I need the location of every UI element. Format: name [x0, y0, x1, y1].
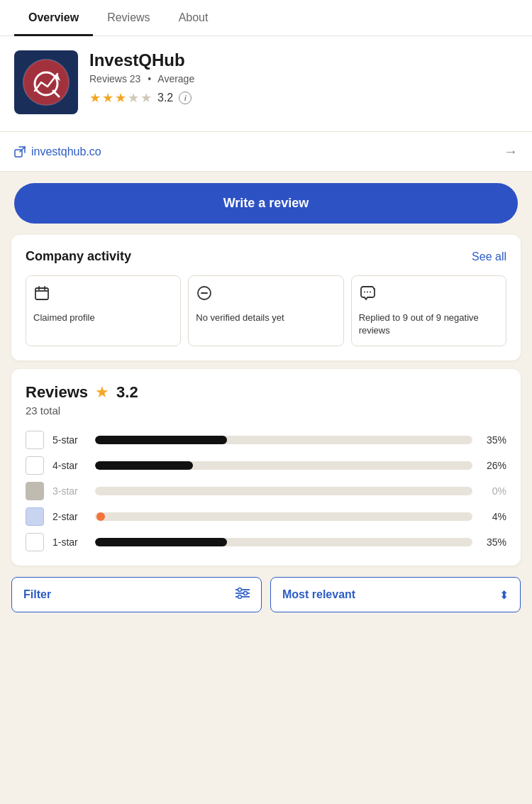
company-header: InvestQHub Reviews 23 • Average ★ ★ ★ ★ …	[0, 36, 532, 131]
star-5: ★	[140, 90, 152, 106]
bar-fill-1star	[95, 538, 227, 546]
stars-row: ★ ★ ★ ★ ★ 3.2 i	[89, 90, 518, 106]
website-link[interactable]: investqhub.co	[14, 145, 101, 158]
sort-label: Most relevant	[282, 588, 355, 601]
external-link-icon	[14, 146, 26, 158]
svg-point-2	[23, 60, 69, 105]
bar-dot-2star	[96, 512, 105, 521]
rating-row-5star: 5-star 35%	[26, 431, 506, 449]
svg-point-16	[244, 592, 248, 595]
see-all-button[interactable]: See all	[472, 250, 506, 263]
website-row: investqhub.co →	[0, 132, 532, 171]
info-icon[interactable]: i	[179, 92, 192, 104]
checkbox-1star[interactable]	[26, 533, 44, 551]
checkbox-2star[interactable]	[26, 507, 44, 526]
activity-replied-text: Replied to 9 out of 9 negative reviews	[359, 312, 499, 337]
star-3: ★	[115, 90, 126, 106]
tab-overview[interactable]: Overview	[14, 0, 93, 36]
activity-item-verified: No verified details yet	[188, 275, 343, 346]
bar-track-3star[interactable]	[95, 487, 472, 495]
activity-item-replied: Replied to 9 out of 9 negative reviews	[351, 275, 506, 346]
filter-row: Filter Most relevant ⬍	[11, 577, 521, 612]
stars-visual: ★ ★ ★ ★ ★	[89, 90, 152, 106]
activity-title: Company activity	[26, 249, 131, 264]
bar-track-4star[interactable]	[95, 461, 472, 470]
bar-track-1star[interactable]	[95, 538, 472, 546]
svg-point-9	[364, 292, 365, 293]
bar-fill-5star	[95, 436, 227, 444]
divider-2	[0, 171, 532, 172]
tab-about[interactable]: About	[165, 0, 223, 36]
filter-label: Filter	[23, 588, 51, 601]
minus-circle-icon	[196, 285, 336, 306]
rating-bars: 5-star 35% 4-star 26% 3-star 0%	[26, 431, 506, 551]
rating-row-4star: 4-star 26%	[26, 456, 506, 475]
filter-icon	[235, 588, 250, 602]
svg-point-10	[367, 292, 368, 293]
reviews-total: 23 total	[26, 404, 506, 417]
label-1star: 1-star	[52, 536, 87, 548]
tab-reviews[interactable]: Reviews	[93, 0, 164, 36]
label-2star: 2-star	[52, 511, 87, 522]
label-3star: 3-star	[52, 485, 87, 497]
chevron-down-icon: ⬍	[499, 588, 509, 602]
pct-4star: 26%	[481, 460, 506, 471]
nav-tabs: Overview Reviews About	[0, 0, 532, 36]
activity-claimed-text: Claimed profile	[33, 312, 173, 324]
pct-1star: 35%	[481, 536, 506, 548]
svg-point-15	[238, 588, 242, 592]
calendar-icon	[33, 285, 173, 306]
activity-card-header: Company activity See all	[26, 249, 506, 264]
bar-track-2star[interactable]	[95, 512, 472, 521]
company-name: InvestQHub	[89, 50, 518, 70]
star-1: ★	[89, 90, 101, 106]
reviews-star-icon: ★	[95, 383, 109, 402]
rating-row-3star: 3-star 0%	[26, 482, 506, 500]
reviews-card: Reviews ★ 3.2 23 total 5-star 35% 4-star…	[11, 369, 521, 566]
write-review-button[interactable]: Write a review	[14, 183, 518, 224]
company-info: InvestQHub Reviews 23 • Average ★ ★ ★ ★ …	[89, 50, 518, 106]
svg-rect-7	[35, 288, 48, 299]
pct-2star: 4%	[481, 511, 506, 522]
svg-point-17	[238, 595, 242, 599]
label-5star: 5-star	[52, 434, 87, 446]
activity-verified-text: No verified details yet	[196, 312, 336, 324]
star-4: ★	[128, 90, 139, 106]
svg-point-11	[370, 292, 371, 293]
rating-row-1star: 1-star 35%	[26, 533, 506, 551]
reviews-title: Reviews	[26, 383, 88, 402]
company-meta: Reviews 23 • Average	[89, 73, 518, 84]
activity-grid: Claimed profile No verified details yet	[26, 275, 506, 346]
label-4star: 4-star	[52, 460, 87, 471]
company-activity-card: Company activity See all Claimed profile…	[11, 235, 521, 360]
reviews-header: Reviews ★ 3.2	[26, 383, 506, 402]
sort-button[interactable]: Most relevant ⬍	[270, 577, 521, 612]
bar-track-5star[interactable]	[95, 436, 472, 444]
chat-icon	[359, 285, 499, 306]
filter-button[interactable]: Filter	[11, 577, 262, 612]
pct-3star: 0%	[481, 485, 506, 497]
company-logo	[14, 50, 78, 114]
bar-fill-4star	[95, 461, 193, 470]
star-2: ★	[102, 90, 113, 106]
reviews-score: 3.2	[116, 383, 138, 402]
pct-5star: 35%	[481, 434, 506, 446]
website-url: investqhub.co	[31, 145, 101, 158]
activity-item-claimed: Claimed profile	[26, 275, 181, 346]
checkbox-3star[interactable]	[26, 482, 44, 500]
checkbox-4star[interactable]	[26, 456, 44, 475]
rating-row-2star: 2-star 4%	[26, 507, 506, 526]
arrow-right-icon: →	[504, 143, 518, 160]
checkbox-5star[interactable]	[26, 431, 44, 449]
rating-number: 3.2	[157, 92, 173, 104]
